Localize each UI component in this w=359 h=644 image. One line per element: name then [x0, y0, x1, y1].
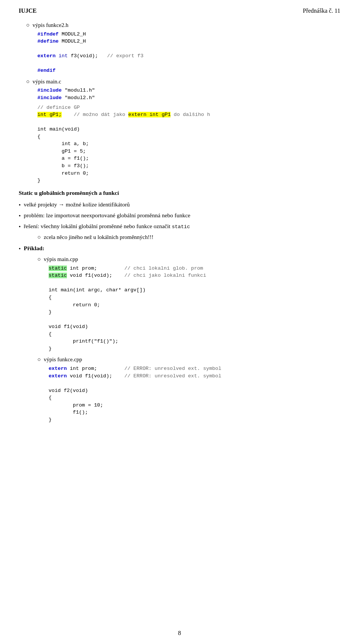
static-heading: Static u globálních proměnných a funkcí — [19, 190, 340, 196]
funkce2h-label: výpis funkce2.h — [33, 21, 68, 30]
bullet-item-1: velké projekty → možné kolize identifiká… — [19, 200, 340, 209]
page-number: 8 — [0, 630, 359, 637]
maincpp-code: static int prom; // chci lokalni glob. p… — [49, 265, 340, 353]
funkcecpp-label: výpis funkce.cpp — [44, 355, 82, 364]
section-static: Static u globálních proměnných a funkcí … — [19, 190, 340, 424]
sub-bullet-funkcecpp: výpis funkce.cpp — [37, 355, 340, 364]
sub-bullet-1-text: zcela něco jiného než u lokálních proměn… — [44, 233, 153, 242]
maincpp-code-block: static int prom; // chci lokalni glob. p… — [49, 265, 340, 353]
bullet-1-text: velké projekty → možné kolize identifiká… — [24, 200, 130, 209]
section-mainc: výpis main.c #include "modul1.h" #includ… — [19, 77, 340, 184]
bullet-funkce2h-title: výpis funkce2.h — [26, 21, 340, 30]
sub-bullets: zcela něco jiného než u lokálních proměn… — [37, 233, 340, 242]
header-right: Přednáška č. 11 — [303, 7, 340, 14]
priklad-label: Příklad: — [24, 244, 44, 252]
section-funkce2h: výpis funkce2.h #ifndef MODUL2_H #define… — [19, 21, 340, 74]
sub-bullet-maincpp: výpis main.cpp — [37, 255, 340, 264]
funkce2h-code: #ifndef MODUL2_H #define MODUL2_H extern… — [37, 31, 340, 74]
mainc-label: výpis main.c — [33, 77, 61, 86]
bullet-item-3: řešení: všechny lokální globální proměnn… — [19, 222, 340, 231]
bullet-sub-funkce2h: výpis funkce2.h — [26, 21, 340, 30]
mainc-code-block: #include "modul1.h" #include "modul2.h" … — [37, 87, 340, 184]
bullet-2-text: problém: lze importovat neexportované gl… — [24, 211, 190, 220]
page-header: IUJCE Přednáška č. 11 — [19, 7, 340, 14]
bullet-3-text: řešení: všechny lokální globální proměnn… — [24, 222, 190, 231]
funkce2h-code-block: #ifndef MODUL2_H #define MODUL2_H extern… — [37, 31, 340, 74]
sub-bullets-2: výpis main.cpp — [37, 255, 340, 264]
funkcecpp-code-block: extern int prom; // ERROR: unresolved ex… — [49, 365, 340, 424]
bullet-sub-mainc: výpis main.c — [26, 77, 340, 86]
mainc-includes: #include "modul1.h" #include "modul2.h" — [37, 87, 340, 101]
sub-bullet-1: zcela něco jiného než u lokálních proměn… — [37, 233, 340, 242]
static-bullets: velké projekty → možné kolize identifiká… — [19, 200, 340, 231]
funkcecpp-code: extern int prom; // ERROR: unresolved ex… — [49, 365, 340, 424]
header-left: IUJCE — [19, 7, 37, 14]
maincpp-label: výpis main.cpp — [44, 255, 78, 264]
bullet-priklad: Příklad: — [19, 244, 340, 253]
bullet-mainc-title: výpis main.c — [26, 77, 340, 86]
sub-bullets-3: výpis funkce.cpp — [37, 355, 340, 364]
bullet-item-2: problém: lze importovat neexportované gl… — [19, 211, 340, 220]
priklad-bullet: Příklad: — [19, 244, 340, 253]
mainc-definice: // definice GP int gP1; // možno dát jak… — [37, 104, 340, 184]
